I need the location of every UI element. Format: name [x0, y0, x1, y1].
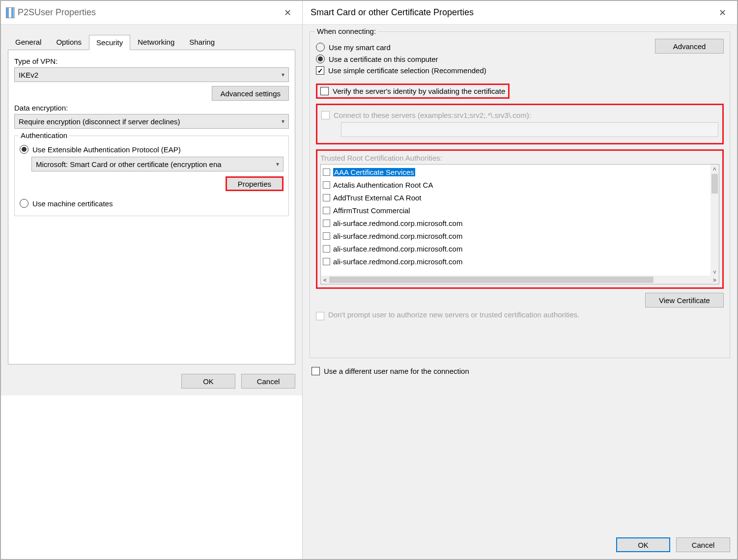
- ok-button[interactable]: OK: [181, 374, 235, 389]
- chevron-down-icon: ▾: [276, 161, 279, 168]
- list-item[interactable]: AAA Certificate Services: [322, 166, 710, 178]
- chevron-down-icon: ▾: [282, 71, 284, 78]
- scroll-up-icon[interactable]: ʌ: [710, 165, 719, 173]
- diff-username-label: Use a different user name for the connec…: [324, 367, 469, 375]
- dont-prompt-label: Don't prompt user to authorize new serve…: [328, 310, 579, 319]
- trusted-root-name: ali-surface.redmond.corp.microsoft.com: [333, 245, 462, 253]
- scroll-left-icon[interactable]: <: [321, 276, 329, 284]
- eap-radio-label: Use Extensible Authentication Protocol (…: [32, 145, 181, 154]
- list-item[interactable]: AffirmTrust Commercial: [322, 204, 710, 217]
- trusted-root-name: ali-surface.redmond.corp.microsoft.com: [333, 219, 462, 227]
- trusted-root-name: ali-surface.redmond.corp.microsoft.com: [333, 257, 462, 266]
- close-icon[interactable]: ✕: [278, 5, 297, 20]
- tab-security[interactable]: Security: [89, 35, 130, 50]
- properties-button[interactable]: Properties: [226, 176, 284, 191]
- list-item[interactable]: ali-surface.redmond.corp.microsoft.com: [322, 242, 710, 255]
- trusted-root-name: AddTrust External CA Root: [333, 194, 422, 202]
- connect-servers-input: [341, 122, 718, 137]
- machine-cert-radio[interactable]: [20, 199, 28, 208]
- trusted-root-checkbox[interactable]: [323, 181, 330, 189]
- scroll-thumb[interactable]: [711, 174, 718, 194]
- trusted-root-label: Trusted Root Certification Authorities:: [320, 154, 719, 162]
- dialog-title: P2SUser Properties: [18, 7, 278, 18]
- verify-server-label: Verify the server's identity by validati…: [333, 87, 505, 95]
- use-smart-card-radio[interactable]: [316, 43, 325, 52]
- trusted-root-name: ali-surface.redmond.corp.microsoft.com: [333, 232, 462, 240]
- dialog-title: Smart Card or other Certificate Properti…: [311, 7, 712, 18]
- data-encryption-label: Data encryption:: [14, 104, 289, 112]
- trusted-root-listbox[interactable]: AAA Certificate ServicesActalis Authenti…: [320, 164, 719, 284]
- tab-general[interactable]: General: [8, 34, 49, 50]
- list-item[interactable]: AddTrust External CA Root: [322, 191, 710, 204]
- scroll-right-icon[interactable]: >: [710, 276, 719, 284]
- trusted-root-checkbox[interactable]: [323, 194, 330, 201]
- trusted-root-checkbox[interactable]: [323, 258, 330, 265]
- connect-servers-checkbox: [321, 111, 330, 119]
- titlebar-right[interactable]: Smart Card or other Certificate Properti…: [303, 1, 737, 25]
- vpn-type-label: Type of VPN:: [14, 57, 289, 65]
- use-smart-card-label: Use my smart card: [329, 43, 391, 52]
- titlebar-left[interactable]: P2SUser Properties ✕: [1, 1, 302, 25]
- list-item[interactable]: ali-surface.redmond.corp.microsoft.com: [322, 217, 710, 229]
- use-cert-computer-label: Use a certificate on this computer: [329, 55, 438, 63]
- trusted-root-name: AffirmTrust Commercial: [333, 206, 410, 215]
- advanced-settings-button[interactable]: Advanced settings: [212, 86, 289, 101]
- machine-cert-label: Use machine certificates: [32, 199, 113, 208]
- security-tab-panel: Type of VPN: IKEv2 ▾ Advanced settings D…: [8, 50, 295, 364]
- vpn-type-dropdown[interactable]: IKEv2 ▾: [14, 67, 289, 82]
- horizontal-scrollbar[interactable]: < >: [321, 276, 719, 284]
- connect-servers-label: Connect to these servers (examples:srv1;…: [334, 111, 531, 119]
- vpn-type-value: IKEv2: [19, 71, 38, 79]
- when-connecting-group: When connecting: Advanced Use my smart c…: [310, 31, 730, 358]
- trusted-root-checkbox[interactable]: [323, 168, 330, 176]
- trusted-root-name: AAA Certificate Services: [333, 168, 415, 176]
- cancel-button[interactable]: Cancel: [676, 537, 730, 552]
- tab-options[interactable]: Options: [49, 34, 89, 50]
- scroll-thumb[interactable]: [329, 277, 653, 283]
- tab-networking[interactable]: Networking: [130, 34, 182, 50]
- chevron-down-icon: ▾: [282, 118, 284, 125]
- list-item[interactable]: ali-surface.redmond.corp.microsoft.com: [322, 255, 710, 268]
- p2suser-properties-dialog: P2SUser Properties ✕ General Options Sec…: [1, 1, 303, 559]
- trusted-root-checkbox[interactable]: [323, 232, 330, 240]
- ok-button[interactable]: OK: [616, 537, 670, 552]
- app-icon: [6, 7, 15, 18]
- tabs: General Options Security Networking Shar…: [8, 34, 295, 50]
- diff-username-checkbox[interactable]: [312, 367, 320, 375]
- simple-cert-label: Use simple certificate selection (Recomm…: [328, 66, 486, 75]
- eap-method-value: Microsoft: Smart Card or other certifica…: [36, 160, 222, 168]
- eap-method-dropdown[interactable]: Microsoft: Smart Card or other certifica…: [31, 157, 284, 171]
- trusted-root-checkbox[interactable]: [323, 220, 330, 227]
- data-encryption-dropdown[interactable]: Require encryption (disconnect if server…: [14, 114, 289, 129]
- simple-cert-checkbox[interactable]: [316, 66, 324, 75]
- use-cert-computer-radio[interactable]: [316, 55, 325, 63]
- trusted-root-checkbox[interactable]: [323, 207, 330, 214]
- authentication-legend: Authentication: [19, 131, 69, 140]
- eap-radio[interactable]: [20, 145, 28, 154]
- list-item[interactable]: Actalis Authentication Root CA: [322, 178, 710, 191]
- list-item[interactable]: ali-surface.redmond.corp.microsoft.com: [322, 229, 710, 242]
- tab-sharing[interactable]: Sharing: [182, 34, 222, 50]
- view-certificate-button[interactable]: View Certificate: [645, 293, 724, 308]
- data-encryption-value: Require encryption (disconnect if server…: [19, 117, 180, 126]
- dont-prompt-checkbox: [316, 312, 324, 320]
- scroll-down-icon[interactable]: v: [710, 267, 719, 276]
- cert-properties-dialog: Smart Card or other Certificate Properti…: [303, 1, 737, 559]
- trusted-root-checkbox[interactable]: [323, 245, 330, 252]
- authentication-group: Authentication Use Extensible Authentica…: [14, 136, 289, 216]
- verify-server-checkbox[interactable]: [320, 87, 329, 95]
- trusted-root-name: Actalis Authentication Root CA: [333, 181, 433, 189]
- advanced-button[interactable]: Advanced: [655, 39, 724, 54]
- when-connecting-legend: When connecting:: [315, 27, 378, 35]
- vertical-scrollbar[interactable]: ʌ v: [710, 165, 719, 276]
- close-icon[interactable]: ✕: [712, 5, 732, 20]
- cancel-button[interactable]: Cancel: [241, 374, 295, 389]
